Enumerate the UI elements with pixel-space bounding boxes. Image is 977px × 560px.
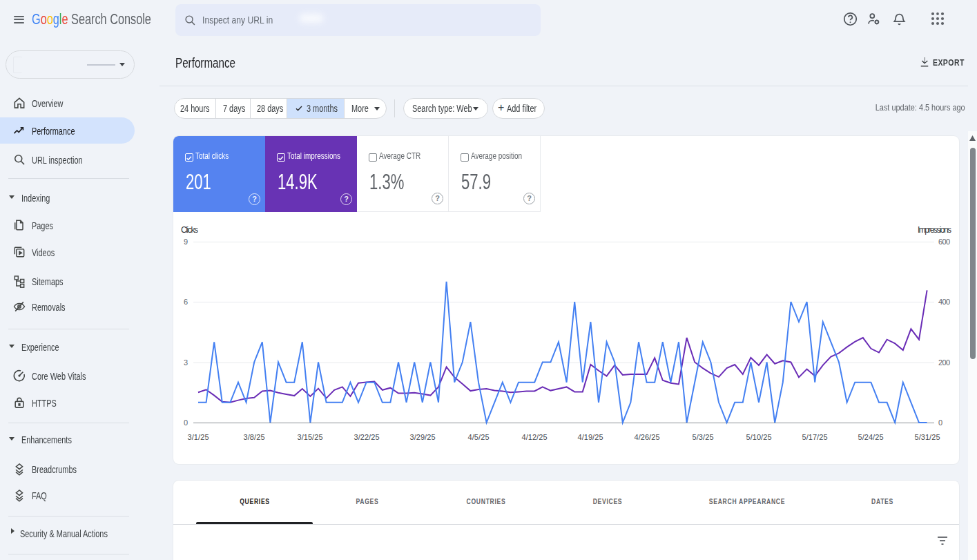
svg-text:4/26/25: 4/26/25 xyxy=(635,433,660,441)
svg-text:4/5/25: 4/5/25 xyxy=(468,433,490,441)
svg-text:3/8/25: 3/8/25 xyxy=(244,433,265,441)
svg-text:200: 200 xyxy=(938,358,950,367)
svg-text:5/10/25: 5/10/25 xyxy=(746,433,772,441)
svg-text:9: 9 xyxy=(184,238,188,246)
svg-text:6: 6 xyxy=(184,298,188,306)
svg-text:3: 3 xyxy=(184,358,188,367)
svg-text:3/29/25: 3/29/25 xyxy=(410,433,436,441)
svg-text:3/15/25: 3/15/25 xyxy=(298,433,323,441)
svg-text:3/22/25: 3/22/25 xyxy=(354,433,380,441)
svg-text:0: 0 xyxy=(938,418,942,427)
svg-text:5/31/25: 5/31/25 xyxy=(915,433,940,441)
svg-text:0: 0 xyxy=(184,418,188,427)
svg-text:600: 600 xyxy=(938,238,950,246)
svg-text:5/3/25: 5/3/25 xyxy=(693,433,714,441)
svg-text:Clicks: Clicks xyxy=(181,225,198,235)
svg-text:4/19/25: 4/19/25 xyxy=(578,433,603,441)
svg-text:4/12/25: 4/12/25 xyxy=(522,433,548,441)
svg-text:400: 400 xyxy=(938,298,950,306)
svg-text:3/1/25: 3/1/25 xyxy=(188,433,209,441)
svg-text:5/17/25: 5/17/25 xyxy=(802,433,828,441)
svg-text:5/24/25: 5/24/25 xyxy=(858,433,884,441)
svg-text:Impressions: Impressions xyxy=(918,225,951,235)
